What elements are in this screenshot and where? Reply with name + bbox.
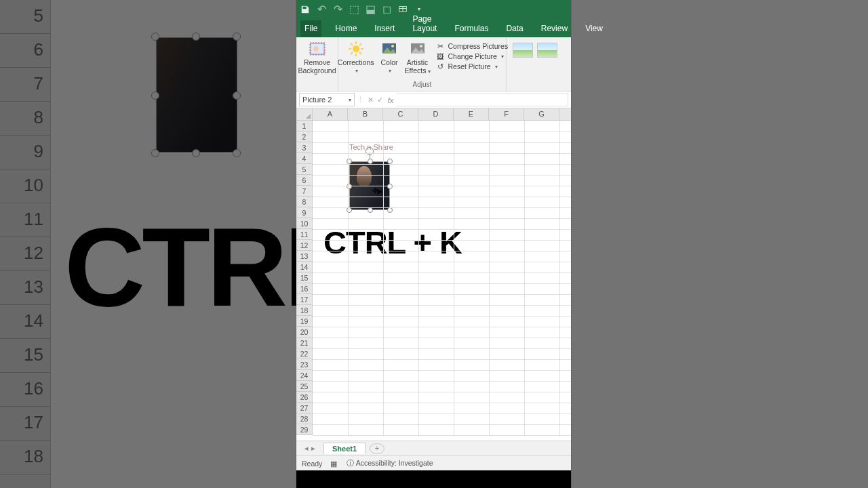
redo-icon[interactable]: ↷ [333, 5, 342, 14]
resize-handle[interactable] [387, 207, 393, 213]
new-sheet-button[interactable]: + [370, 443, 384, 454]
artistic-effects-icon [410, 41, 426, 57]
svg-line-15 [359, 43, 361, 45]
bg-selected-picture [156, 37, 237, 152]
row-header[interactable]: 10 [296, 218, 312, 229]
qat-icon-4[interactable]: ⬚ [349, 5, 359, 14]
tab-data[interactable]: Data [502, 20, 527, 37]
corrections-icon [348, 41, 364, 57]
move-cursor-icon: ✥➤ [372, 185, 386, 195]
row-header[interactable]: 2 [296, 131, 312, 142]
row-header[interactable]: 13 [296, 251, 312, 262]
select-all-button[interactable] [296, 108, 313, 120]
svg-point-21 [420, 45, 422, 47]
name-box[interactable]: Picture 2 ▾ [299, 93, 355, 106]
svg-line-12 [351, 43, 353, 45]
status-bar: Ready ▦ ⓘ Accessibility: Investigate [296, 455, 571, 470]
row-header[interactable]: 27 [296, 403, 312, 413]
row-header[interactable]: 16 [296, 283, 312, 294]
row-header[interactable]: 6 [296, 175, 312, 186]
status-ready: Ready [302, 460, 322, 468]
compress-icon: ✂ [436, 41, 446, 51]
status-accessibility[interactable]: ⓘ Accessibility: Investigate [347, 459, 433, 468]
save-icon[interactable] [300, 5, 310, 14]
row-header[interactable]: 29 [296, 424, 312, 435]
remove-background-button[interactable]: Remove Background [296, 40, 337, 75]
column-header[interactable]: C [383, 108, 418, 120]
row-header[interactable]: 5 [296, 164, 312, 175]
row-header[interactable]: 23 [296, 359, 312, 370]
qat-icon-7[interactable] [398, 5, 408, 14]
tab-review[interactable]: Review [537, 20, 572, 37]
row-header[interactable]: 25 [296, 381, 312, 392]
row-header[interactable]: 3 [296, 142, 312, 153]
column-header[interactable]: A [313, 108, 348, 120]
phone-bottom-bar [296, 470, 571, 488]
corrections-button[interactable]: Corrections▾ [336, 40, 376, 75]
row-header[interactable]: 8 [296, 197, 312, 207]
row-header[interactable]: 18 [296, 305, 312, 316]
column-header[interactable]: D [418, 108, 454, 120]
artistic-effects-button[interactable]: Artistic Effects▾ [403, 40, 432, 75]
row-header[interactable]: 20 [296, 327, 312, 338]
row-header[interactable]: 24 [296, 370, 312, 381]
resize-handle[interactable] [387, 184, 393, 189]
svg-point-7 [353, 45, 359, 52]
picture-style-1[interactable] [513, 43, 533, 58]
qat-icon-5[interactable]: ⬓ [366, 5, 375, 14]
row-header[interactable]: 12 [296, 240, 312, 251]
row-header[interactable]: 7 [296, 186, 312, 197]
ribbon-tabs: File Home Insert Page Layout Formulas Da… [296, 18, 571, 37]
row-header[interactable]: 17 [296, 294, 312, 305]
tab-home[interactable]: Home [331, 20, 361, 37]
row-header[interactable]: 26 [296, 392, 312, 403]
ribbon: Remove Background Corrections▾ Color▾ Ar… [296, 37, 571, 92]
formula-enter-icon: ✓ [375, 96, 384, 104]
macro-record-icon[interactable]: ▦ [330, 460, 338, 468]
undo-icon[interactable]: ↶ [317, 5, 326, 14]
reset-picture-icon: ↺ [436, 62, 446, 71]
formula-cancel-icon: ✕ [366, 96, 375, 104]
name-box-dropdown-icon[interactable]: ▾ [349, 97, 351, 103]
column-header[interactable]: B [348, 108, 383, 120]
resize-handle[interactable] [368, 207, 373, 213]
reset-picture-button[interactable]: ↺Reset Picture▾ [436, 62, 509, 71]
row-header[interactable]: 14 [296, 262, 312, 272]
resize-handle[interactable] [387, 159, 393, 164]
sheet-tab-bar: ◂ ▸ Sheet1 + [296, 441, 571, 455]
worksheet-grid[interactable]: ABCDEFG 12345678910111213141516171819202… [296, 108, 571, 441]
qat-icon-6[interactable]: ◻ [382, 5, 391, 14]
column-header[interactable]: F [489, 108, 524, 120]
accessibility-icon: ⓘ [347, 459, 354, 467]
color-button[interactable]: Color▾ [380, 40, 399, 75]
column-header[interactable]: G [524, 108, 559, 120]
row-header[interactable]: 28 [296, 413, 312, 424]
row-header[interactable]: 11 [296, 229, 312, 240]
row-header[interactable]: 9 [296, 207, 312, 218]
row-header[interactable]: 15 [296, 272, 312, 283]
row-header[interactable]: 4 [296, 153, 312, 164]
qat-customize-icon[interactable]: ▾ [414, 5, 424, 14]
sheet-tab-sheet1[interactable]: Sheet1 [323, 443, 366, 454]
change-picture-button[interactable]: 🖼Change Picture▾ [436, 52, 509, 61]
row-header[interactable]: 1 [296, 121, 312, 131]
picture-style-2[interactable] [537, 43, 557, 58]
tab-view[interactable]: View [581, 20, 607, 37]
color-icon [381, 41, 397, 57]
column-header[interactable]: E [454, 108, 489, 120]
sheet-nav-buttons[interactable]: ◂ ▸ [296, 444, 323, 453]
tab-file[interactable]: File [300, 20, 321, 37]
formula-bar-row: Picture 2 ▾ ⋮ ✕ ✓ fx [296, 92, 571, 108]
fx-icon[interactable]: fx [384, 96, 397, 104]
tab-formulas[interactable]: Formulas [450, 20, 492, 37]
row-header[interactable]: 19 [296, 316, 312, 327]
excel-window: ↶ ↷ ⬚ ⬓ ◻ ▾ File Home Insert Page Layout… [296, 0, 571, 488]
compress-pictures-button[interactable]: ✂Compress Pictures [436, 41, 509, 51]
formula-bar[interactable] [397, 93, 568, 106]
rotation-handle[interactable] [366, 147, 374, 155]
row-header[interactable]: 22 [296, 348, 312, 359]
row-header[interactable]: 21 [296, 338, 312, 348]
tab-insert[interactable]: Insert [370, 20, 399, 37]
tab-page-layout[interactable]: Page Layout [408, 11, 441, 37]
resize-handle[interactable] [368, 159, 373, 164]
